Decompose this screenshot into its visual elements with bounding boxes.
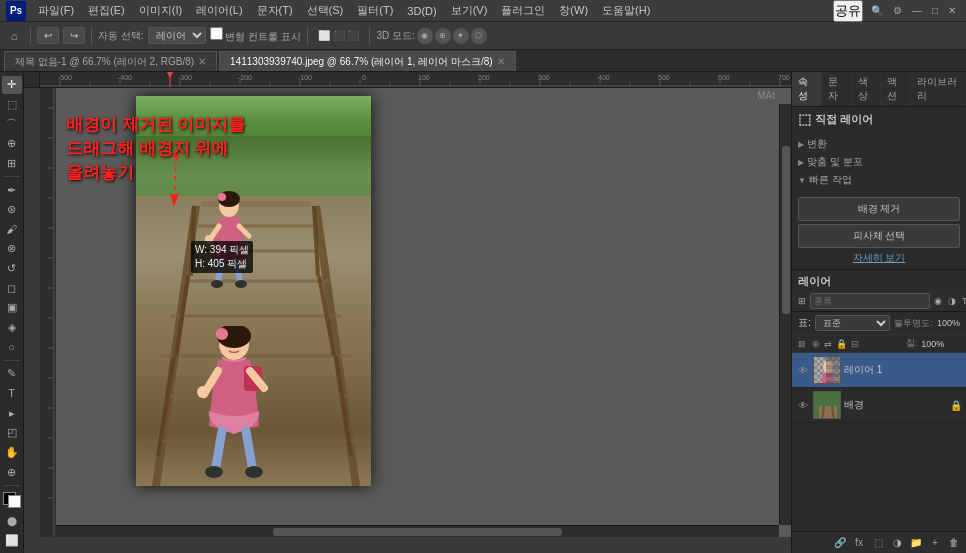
delete-layer-button[interactable]: 🗑	[946, 535, 962, 551]
tab-close-1[interactable]: ✕	[497, 56, 505, 67]
settings-icon[interactable]: ⚙	[889, 5, 906, 16]
fill-icons-4[interactable]: 🔒	[836, 339, 847, 349]
3d-icon-4[interactable]: ⬡	[471, 28, 487, 44]
brush-tool[interactable]: 🖌	[2, 220, 22, 238]
tab-character[interactable]: 문자	[822, 72, 852, 106]
svg-text:-300: -300	[178, 74, 192, 81]
blur-tool[interactable]: ◈	[2, 319, 22, 337]
transform-section-toggle[interactable]: 변환	[798, 135, 960, 153]
vertical-scrollbar[interactable]	[779, 104, 791, 525]
screen-mode-tool[interactable]: ⬜	[2, 531, 22, 549]
3d-icon-3[interactable]: ✦	[453, 28, 469, 44]
tab-close-0[interactable]: ✕	[198, 56, 206, 67]
menu-image[interactable]: 이미지(I)	[133, 1, 188, 20]
redo-button[interactable]: ↪	[63, 27, 85, 44]
left-toolbar: ✛ ⬚ ⌒ ⊕ ⊞ ✒ ⊛ 🖌 ⊗ ↺ ◻ ▣ ◈ ○ ✎ T ▸ ◰ ✋ ⊕ …	[0, 72, 24, 553]
blend-mode-select[interactable]: 표준	[815, 315, 891, 331]
tab-actions[interactable]: 액션	[881, 72, 911, 106]
history-brush-tool[interactable]: ↺	[2, 260, 22, 278]
h-scroll-thumb[interactable]	[273, 528, 562, 536]
eyedropper-tool[interactable]: ✒	[2, 181, 22, 199]
3d-icon-1[interactable]: ◉	[417, 28, 433, 44]
align-section-toggle[interactable]: 맞춤 및 분포	[798, 153, 960, 171]
new-group-button[interactable]: 📁	[908, 535, 924, 551]
path-select-tool[interactable]: ▸	[2, 404, 22, 422]
transform-checkbox[interactable]	[210, 27, 223, 40]
menu-select[interactable]: 선택(S)	[301, 1, 350, 20]
marquee-tool[interactable]: ⬚	[2, 96, 22, 114]
menu-filter[interactable]: 필터(T)	[351, 1, 399, 20]
properties-content: ⬚ 직접 레이어 변환 맞춤 및 분포 ▼ 빠른 작업 배경 제거 피사체 선택…	[792, 107, 966, 269]
lasso-tool[interactable]: ⌒	[2, 115, 22, 133]
fill-icons-3[interactable]: ⇄	[824, 339, 832, 349]
canvas-viewport[interactable]: W: 394 픽셀 H: 405 픽셀 배경이 제거된 이미지를 드래그해 배경…	[40, 88, 791, 537]
home-icon[interactable]: ⌂	[4, 26, 24, 46]
search-icon[interactable]: 🔍	[867, 5, 887, 16]
clone-tool[interactable]: ⊗	[2, 240, 22, 258]
layers-filter-kind[interactable]: ⊞	[796, 295, 808, 307]
maximize-icon[interactable]: □	[928, 5, 942, 16]
details-link[interactable]: 자세히 보기	[798, 251, 960, 265]
menu-window[interactable]: 창(W)	[553, 1, 594, 20]
add-mask-button[interactable]: ⬚	[870, 535, 886, 551]
crop-tool[interactable]: ⊞	[2, 155, 22, 173]
tab-libraries[interactable]: 라이브러리	[911, 72, 966, 106]
menu-plugins[interactable]: 플러그인	[495, 1, 551, 20]
undo-button[interactable]: ↩	[37, 27, 59, 44]
fill-icons-2[interactable]: ⊕	[812, 339, 820, 349]
zoom-tool[interactable]: ⊕	[2, 463, 22, 481]
healing-tool[interactable]: ⊛	[2, 201, 22, 219]
svg-text:500: 500	[658, 74, 670, 81]
menu-edit[interactable]: 편집(E)	[82, 1, 131, 20]
tab-properties[interactable]: 속성	[792, 72, 822, 106]
quickactions-section-toggle[interactable]: ▼ 빠른 작업	[798, 171, 960, 189]
svg-rect-0	[40, 72, 791, 87]
layers-search-input[interactable]	[810, 293, 930, 309]
horizontal-scrollbar[interactable]	[56, 525, 779, 537]
3d-icon-2[interactable]: ⊕	[435, 28, 451, 44]
gradient-tool[interactable]: ▣	[2, 299, 22, 317]
layer-visibility-bg[interactable]: 👁	[796, 398, 810, 412]
tab-color[interactable]: 색상	[852, 72, 882, 106]
menu-layer[interactable]: 레이어(L)	[190, 1, 248, 20]
select-subject-button[interactable]: 피사체 선택	[798, 224, 960, 248]
transform-label: 변형 컨트롤 표시	[210, 27, 301, 44]
mode-select[interactable]: 레이어	[148, 27, 206, 44]
menu-file[interactable]: 파일(F)	[32, 1, 80, 20]
foreground-color[interactable]	[3, 492, 21, 508]
remove-background-button[interactable]: 배경 제거	[798, 197, 960, 221]
layers-filter-adj[interactable]: ◑	[946, 295, 958, 307]
fill-icons-5[interactable]: ⊟	[851, 339, 859, 349]
v-scroll-thumb[interactable]	[782, 146, 790, 314]
menu-view[interactable]: 보기(V)	[445, 1, 494, 20]
type-tool[interactable]: T	[2, 385, 22, 403]
tab-1[interactable]: 1411303939740.jpeg @ 66.7% (레이어 1, 레이어 마…	[219, 51, 516, 71]
hand-tool[interactable]: ✋	[2, 444, 22, 462]
quick-mask-tool[interactable]: ⬤	[2, 512, 22, 530]
pen-tool[interactable]: ✎	[2, 365, 22, 383]
link-layers-button[interactable]: 🔗	[832, 535, 848, 551]
eraser-tool[interactable]: ◻	[2, 279, 22, 297]
layer-item-background[interactable]: 👁 배경 🔒	[792, 388, 966, 423]
layers-filter-pixel[interactable]: ◉	[932, 295, 944, 307]
layer-effects-button[interactable]: fx	[851, 535, 867, 551]
shape-tool[interactable]: ◰	[2, 424, 22, 442]
menu-type[interactable]: 문자(T)	[251, 1, 299, 20]
tab-0[interactable]: 제목 없음-1 @ 66.7% (레이어 2, RGB/8) ✕	[4, 51, 217, 71]
menu-help[interactable]: 도움말(H)	[596, 1, 656, 20]
share-button[interactable]: 공유	[833, 0, 863, 22]
dodge-tool[interactable]: ○	[2, 338, 22, 356]
layer-item-1[interactable]: 👁 레이어 1	[792, 353, 966, 388]
layers-filter-text[interactable]: T	[960, 295, 966, 307]
fill-icons-1[interactable]: ⊠	[798, 339, 806, 349]
layer-visibility-1[interactable]: 👁	[796, 363, 810, 377]
svg-point-92	[197, 386, 209, 398]
quick-select-tool[interactable]: ⊕	[2, 135, 22, 153]
new-layer-button[interactable]: +	[927, 535, 943, 551]
opacity-label: 불투명도:	[894, 317, 933, 330]
move-tool[interactable]: ✛	[2, 76, 22, 94]
minimize-icon[interactable]: —	[908, 5, 926, 16]
menu-3d[interactable]: 3D(D)	[401, 3, 442, 19]
new-adjustment-button[interactable]: ◑	[889, 535, 905, 551]
close-icon[interactable]: ✕	[944, 5, 960, 16]
